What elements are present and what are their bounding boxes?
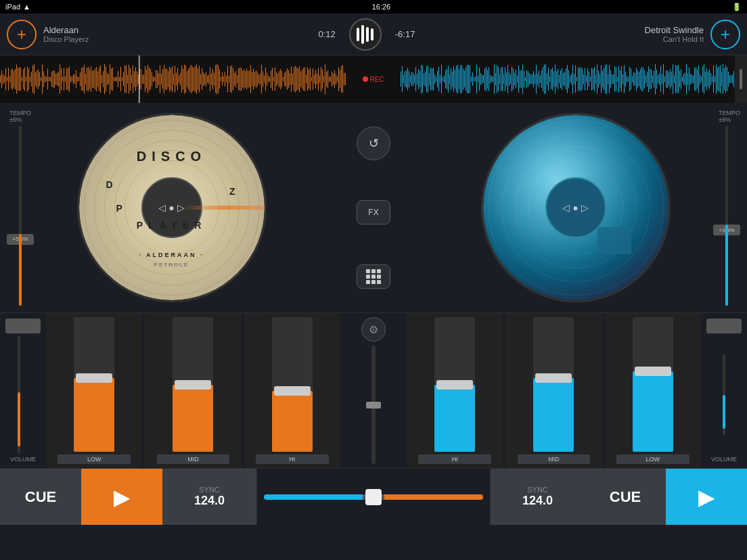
right-tempo-slider-track[interactable]: +3.3%	[725, 126, 728, 306]
right-turntable-center[interactable]: ◁ ● ▷	[545, 177, 606, 238]
right-eq-hi-channel: HI	[407, 313, 503, 468]
right-hi-fill	[434, 385, 475, 452]
time-elapsed: 0:12	[318, 29, 335, 39]
left-add-button[interactable]: +	[7, 20, 37, 49]
left-tempo-slider-track[interactable]: +5.0%	[19, 126, 22, 306]
left-track-info: Alderaan Disco Playerz	[43, 25, 89, 43]
right-mid-handle[interactable]	[535, 373, 572, 383]
crossfader-gear-button[interactable]: ⚙	[361, 317, 386, 342]
left-tempo-section: TEMPO±6% +5.0%	[7, 110, 34, 306]
left-track-title: Alderaan	[43, 25, 89, 35]
right-hi-label: HI	[418, 454, 491, 464]
left-low-fill	[74, 378, 114, 452]
right-nav-right: ▷	[581, 202, 589, 213]
grid-dot-1	[366, 269, 370, 273]
right-sync-label: SYNC	[527, 486, 548, 494]
beat-lines	[357, 25, 374, 44]
loop-button[interactable]: ↺	[357, 126, 390, 160]
right-hi-handle[interactable]	[436, 380, 473, 390]
left-sync-button[interactable]: SYNC 124.0	[162, 469, 257, 525]
left-play-icon: ▶	[114, 484, 131, 510]
beat-line-3	[366, 27, 369, 42]
right-low-label: LOW	[616, 454, 689, 464]
right-vol-top-handle[interactable]	[706, 319, 742, 333]
right-hi-slider-bg[interactable]	[434, 317, 475, 452]
grid-dot-8	[371, 280, 376, 284]
crossfader-handle[interactable]	[365, 489, 382, 505]
left-turntable-inner: DISCO D Z P PLAYER · ALDERAAN · PETROLE …	[79, 115, 265, 300]
left-low-handle[interactable]	[76, 373, 112, 383]
left-eq-hi-channel: HI	[244, 313, 340, 468]
left-mid-handle[interactable]	[175, 380, 211, 390]
right-add-button[interactable]: +	[710, 20, 740, 49]
grid-dot-3	[377, 269, 381, 273]
right-deck: ◁ ● ▷ TEMPO±6% +3.3%	[404, 103, 747, 312]
left-vol-top-handle[interactable]	[5, 319, 41, 333]
right-low-handle[interactable]	[635, 367, 671, 376]
crossfader-column: ⚙	[343, 313, 404, 468]
left-waveform[interactable]	[0, 55, 346, 103]
status-left: iPad ▲	[5, 3, 30, 11]
wifi-icon: ▲	[23, 3, 30, 11]
rec-label: REC	[369, 76, 384, 83]
right-mid-slider-bg[interactable]	[533, 317, 574, 452]
left-sync-label: SYNC	[199, 486, 220, 494]
battery-icon: 🔋	[732, 3, 742, 11]
left-mid-slider-bg[interactable]	[173, 317, 213, 452]
right-eq-low-channel: LOW	[605, 313, 701, 468]
left-nav-dot: ●	[168, 202, 174, 213]
time-remaining: -6:17	[395, 29, 415, 39]
grid-button[interactable]	[357, 264, 390, 289]
waveforms-section: REC	[0, 55, 747, 103]
right-sync-button[interactable]: SYNC 124.0	[490, 469, 585, 525]
bottom-controls: CUE ▶ SYNC 124.0 SYNC 124.0 CUE ▶	[0, 468, 747, 525]
right-track-title: Detroit Swindle	[645, 25, 704, 35]
grid-dot-2	[371, 269, 376, 273]
left-deck: TEMPO±6% +5.0% D	[0, 103, 343, 312]
left-hi-fill	[272, 391, 313, 452]
left-play-button[interactable]: ▶	[81, 469, 162, 525]
grid-icon	[366, 269, 381, 284]
left-sync-value: 124.0	[194, 494, 225, 508]
left-low-slider-bg[interactable]	[74, 317, 114, 452]
crossfader-vertical-handle[interactable]	[366, 402, 381, 409]
left-turntable[interactable]: DISCO D Z P PLAYER · ALDERAAN · PETROLE …	[77, 113, 267, 302]
header: + Alderaan Disco Playerz 0:12 -6:17 Detr…	[0, 14, 747, 55]
left-turntable-nav: ◁ ● ▷	[158, 202, 184, 213]
deck-center-controls: ↺ FX	[343, 103, 404, 312]
left-volume-slider[interactable]	[3, 336, 43, 453]
left-hi-handle[interactable]	[274, 386, 311, 396]
right-deck-header: Detroit Swindle Can't Hold It +	[645, 20, 740, 49]
left-hi-slider-bg[interactable]	[272, 317, 313, 452]
right-play-button[interactable]: ▶	[666, 469, 747, 525]
crossfader-track[interactable]	[264, 494, 483, 500]
right-vol-meter	[723, 395, 725, 429]
right-low-slider-bg[interactable]	[633, 317, 673, 452]
left-cue-button[interactable]: CUE	[0, 469, 81, 525]
right-vinyl-square	[597, 227, 631, 254]
right-waveform[interactable]	[401, 55, 747, 103]
left-vol-meter	[18, 392, 20, 446]
right-mid-fill	[533, 378, 574, 452]
right-turntable[interactable]: ◁ ● ▷	[481, 113, 671, 302]
left-volume-section: VOLUME	[3, 313, 43, 468]
right-tempo-label: TEMPO±6%	[719, 110, 740, 123]
rec-button[interactable]: REC	[363, 76, 384, 83]
right-waveform-scroll[interactable]	[735, 55, 747, 103]
fx-button[interactable]: FX	[357, 200, 390, 225]
right-nav-left: ◁	[562, 202, 570, 213]
left-low-label: LOW	[58, 454, 130, 464]
grid-dot-6	[377, 275, 381, 279]
horizontal-crossfader[interactable]	[257, 469, 490, 525]
right-cue-button[interactable]: CUE	[585, 469, 666, 525]
crossfader-vertical-track[interactable]	[371, 346, 376, 464]
left-tonearm	[183, 206, 265, 210]
grid-dot-9	[377, 280, 381, 284]
rec-dot	[363, 76, 368, 82]
right-volume-slider[interactable]	[704, 354, 744, 436]
left-tempo-accent	[19, 234, 22, 306]
grid-dot-5	[371, 275, 376, 279]
right-eq-mid-channel: MID	[505, 313, 602, 468]
grid-dot-4	[366, 275, 370, 279]
left-tempo-label: TEMPO±6%	[9, 110, 31, 123]
